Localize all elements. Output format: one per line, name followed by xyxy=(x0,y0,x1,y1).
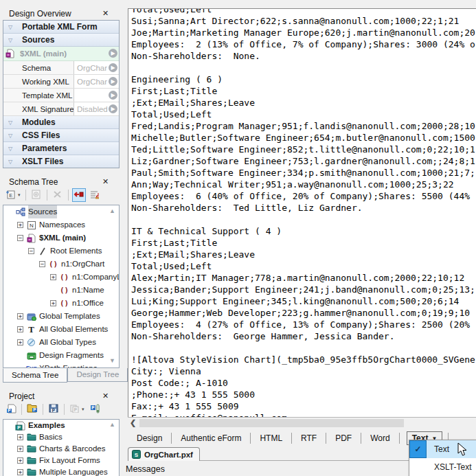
source-action-button[interactable]: ▶ xyxy=(109,49,117,58)
expand-plus-icon[interactable]: + xyxy=(17,446,23,452)
tree-item-xpath-functions[interactable]: FunXPath Functions xyxy=(3,362,119,368)
tree-item--xml-main-[interactable]: −$XML (main) xyxy=(3,231,119,245)
file-tab-orgchart[interactable]: S OrgChart.pxf xyxy=(128,447,200,461)
source-row-working-xml[interactable]: Working XMLOrgChar▶ xyxy=(3,75,119,89)
dropdown-arrow-icon[interactable]: ▾ xyxy=(82,407,84,412)
project-properties-icon[interactable]: P xyxy=(88,403,102,416)
xpath-functions-icon: Fun xyxy=(26,362,36,368)
horizontal-scrollbar[interactable]: ❮ xyxy=(128,417,476,429)
editor-text: Total;Used;Left Susi;Sanna;Art Director;… xyxy=(128,8,476,417)
tree-item-basics[interactable]: +Basics xyxy=(3,431,119,443)
expand-plus-icon[interactable]: + xyxy=(50,274,56,280)
save-project-icon[interactable]: P xyxy=(47,403,60,416)
section-header-portable-xml-form[interactable]: ▽Portable XML Form xyxy=(3,21,119,34)
expand-plus-icon[interactable]: + xyxy=(17,457,23,464)
pane-tab-design-tree[interactable]: Design Tree xyxy=(67,368,128,382)
tree-item-multiple-languages[interactable]: +Multiple Languages xyxy=(3,466,119,476)
source-row-xml-signature[interactable]: XML SignatureDisabled▶ xyxy=(3,102,119,116)
view-tab-authentic-eform[interactable]: Authentic eForm xyxy=(172,433,250,443)
source-action-button[interactable]: ▶ xyxy=(109,77,117,86)
source-row-label: Template XML xyxy=(22,89,73,102)
expand-plus-icon[interactable]: + xyxy=(17,313,23,319)
section-header-xslt-files[interactable]: ▽XSLT Files xyxy=(3,155,119,168)
design-overview-rows: SchemaOrgChar▶Working XMLOrgChar▶Templat… xyxy=(3,61,119,116)
design-overview-bottom-sections: ▽Modules▽CSS Files▽Parameters▽XSLT Files xyxy=(3,116,119,168)
collapse-minus-icon[interactable]: − xyxy=(39,261,45,267)
section-header-parameters[interactable]: ▽Parameters xyxy=(3,142,119,155)
expand-plus-icon[interactable]: + xyxy=(17,469,23,475)
collapse-triangle-icon: ▽ xyxy=(8,155,12,168)
design-tree-sort-icon[interactable] xyxy=(88,188,102,202)
tree-item-design-fragments[interactable]: Design Fragments xyxy=(3,349,119,362)
tree-item-n1-office[interactable]: +()n1:Office xyxy=(3,297,119,310)
show-in-design-icon[interactable] xyxy=(72,188,86,202)
section-header-label: Parameters xyxy=(22,144,67,153)
close-icon[interactable]: ✕ xyxy=(102,392,109,400)
source-action-button[interactable]: ▶ xyxy=(109,63,117,72)
collapse-triangle-icon: ▽ xyxy=(8,116,12,129)
tree-item-sources[interactable]: Sources xyxy=(3,205,119,218)
tree-item-label: XPath Functions xyxy=(39,362,97,368)
section-header-label: CSS Files xyxy=(22,131,60,140)
tree-item-charts-barcodes[interactable]: +Charts & Barcodes xyxy=(3,443,119,455)
delete-icon xyxy=(53,190,62,201)
open-project-icon[interactable]: P xyxy=(25,403,39,416)
tree-item-label: Sources xyxy=(28,205,57,218)
insert-element-icon[interactable]: E▾ xyxy=(4,188,22,202)
menu-item-xslt-text[interactable]: XSLT-Text xyxy=(409,458,476,476)
tree-item-examples[interactable]: PExamples xyxy=(3,420,119,431)
collapse-minus-icon[interactable]: − xyxy=(28,248,34,254)
section-header-css-files[interactable]: ▽CSS Files xyxy=(3,129,119,142)
toolbar-separator xyxy=(25,190,26,201)
svg-text:P: P xyxy=(74,407,78,412)
design-overview-xml-main-row[interactable]: $XML (main) ▶ xyxy=(3,47,119,61)
close-icon[interactable]: ✕ xyxy=(102,177,109,186)
expand-plus-icon[interactable]: + xyxy=(17,434,23,440)
section-header-sources[interactable]: ▽Sources xyxy=(3,34,119,47)
tree-item-n1-companyl[interactable]: +()n1:CompanyL xyxy=(3,271,119,284)
dropdown-arrow-icon[interactable]: ▾ xyxy=(18,192,21,198)
pane-tab-schema-tree[interactable]: Schema Tree xyxy=(3,368,67,383)
tree-item-n1-name[interactable]: ()n1:Name xyxy=(3,284,119,297)
expand-plus-icon[interactable]: + xyxy=(17,339,23,345)
source-row-schema[interactable]: SchemaOrgChar▶ xyxy=(3,61,119,75)
new-project-icon[interactable]: P xyxy=(4,403,18,416)
tree-item-label: Multiple Languages xyxy=(39,466,108,476)
scroll-down-icon[interactable]: ▼ xyxy=(109,357,115,364)
section-header-modules[interactable]: ▽Modules xyxy=(3,116,119,129)
scroll-left-icon[interactable]: ❮ xyxy=(130,418,136,427)
element-icon: () xyxy=(59,284,69,297)
schema-tree-title: Schema Tree xyxy=(9,177,58,187)
view-tab-pdf[interactable]: PDF xyxy=(326,433,361,443)
global-elements-icon: T xyxy=(26,323,36,336)
source-action-button[interactable]: ▶ xyxy=(109,104,117,113)
tree-item-global-templates[interactable]: +Global Templates xyxy=(3,310,119,323)
tree-item-label: n1:Office xyxy=(72,297,104,310)
tree-item-n1-orgchart[interactable]: −()n1:OrgChart xyxy=(3,258,119,271)
collapse-triangle-icon: ▽ xyxy=(8,129,12,142)
tree-item-namespaces[interactable]: +NNamespaces xyxy=(3,218,119,231)
annotation-icon xyxy=(30,188,43,202)
view-tab-word[interactable]: Word xyxy=(361,433,398,443)
source-row-template-xml[interactable]: Template XML▶ xyxy=(3,89,119,102)
close-icon[interactable]: ✕ xyxy=(102,9,109,18)
tree-item-label: Design Fragments xyxy=(39,349,104,362)
collapse-minus-icon[interactable]: − xyxy=(17,235,23,241)
expand-plus-icon[interactable]: + xyxy=(50,300,56,306)
design-overview-top-sections: ▽Portable XML Form▽Sources xyxy=(3,21,119,47)
view-tab-html[interactable]: HTML xyxy=(251,433,291,443)
scrollbar-thumb[interactable] xyxy=(139,419,404,427)
expand-plus-icon[interactable]: + xyxy=(17,326,23,332)
tree-item-fix-layout-forms[interactable]: +Fix Layout Forms xyxy=(3,455,119,466)
view-tab-design[interactable]: Design xyxy=(128,433,171,443)
tree-item-all-global-elements[interactable]: +TAll Global Elements xyxy=(3,323,119,336)
text-preview-pane[interactable]: Total;Used;Left Susi;Sanna;Art Director;… xyxy=(128,8,476,417)
tree-item-root-elements[interactable]: −Root Elements xyxy=(3,245,119,258)
tree-item-all-global-types[interactable]: +All Global Types xyxy=(3,336,119,349)
view-tab-rtf[interactable]: RTF xyxy=(292,433,326,443)
scroll-up-icon[interactable]: ▲ xyxy=(109,207,115,214)
scroll-up-icon[interactable]: ▲ xyxy=(109,421,115,428)
source-action-button[interactable]: ▶ xyxy=(109,91,117,100)
expand-plus-icon[interactable]: + xyxy=(17,222,23,228)
schema-tree-toolbar: E▾ xyxy=(4,188,102,202)
